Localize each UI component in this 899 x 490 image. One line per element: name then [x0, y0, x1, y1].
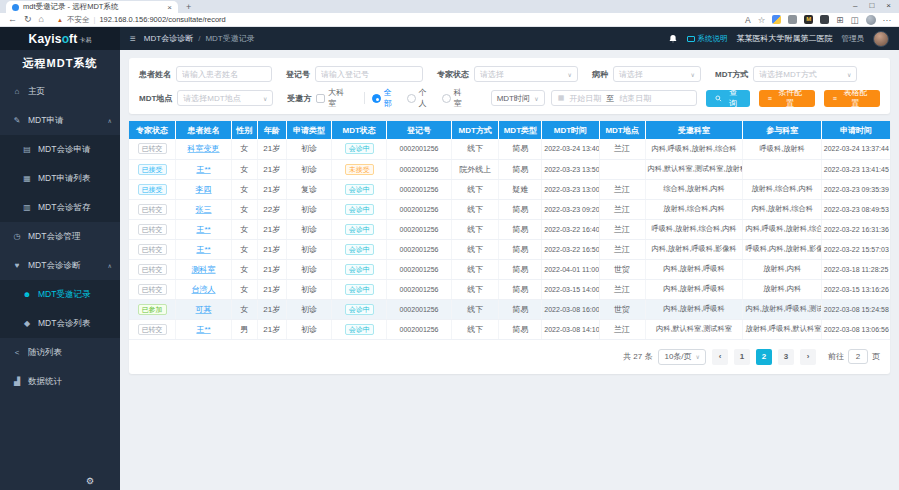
records-table-card: 专家状态患者姓名性别年龄申请类型MDT状态登记号MDT方式MDT类型MDT时间M…	[129, 121, 890, 374]
back-icon[interactable]: ←	[8, 13, 17, 26]
sidebar-item-0[interactable]: ⌂主页	[0, 77, 120, 106]
refresh-icon[interactable]: ↻	[24, 13, 32, 26]
gender-cell: 女	[231, 299, 257, 319]
sidebar-subitem-1-1[interactable]: ▦MDT申请列表	[0, 164, 120, 193]
sidebar-item-2[interactable]: ◷MDT会诊管理	[0, 222, 120, 251]
time-type-select[interactable]: MDT时间 ∨	[491, 90, 545, 106]
window-close-button[interactable]: ×	[886, 1, 891, 10]
patient-name-link[interactable]: 台湾人	[192, 285, 216, 294]
extension-icon[interactable]: M	[804, 15, 813, 24]
app-logo[interactable]: Kayisoft 卡易	[0, 27, 120, 50]
expert-status-tag: 已接受	[138, 184, 167, 195]
patient-name-link[interactable]: 王**	[196, 325, 210, 334]
chevron-up-icon: ∧	[108, 117, 112, 124]
user-role: 管理员	[842, 34, 865, 44]
clock-icon: ◷	[12, 232, 22, 241]
sidebar-item-4[interactable]: <随访列表	[0, 338, 120, 367]
reg-no-cell: 0002001256	[387, 139, 452, 159]
browser-tab[interactable]: mdt受邀记录 - 远程MDT系统 ×	[6, 1, 178, 13]
mdt-time-cell: 2022-03-22 16:50:00	[542, 239, 599, 259]
page-button-2[interactable]: 2	[756, 349, 772, 365]
mdt-time-cell: 2022-03-23 09:20:00	[542, 199, 599, 219]
invited-party-radio-personal[interactable]	[407, 94, 416, 103]
invited-depts-cell: 放射科,综合科,内科	[645, 199, 743, 219]
mdt-time-cell: 2022-03-15 14:00:00	[542, 279, 599, 299]
table-config-button[interactable]: ≡ 表格配置	[824, 90, 880, 107]
expert-status-tag: 已转交	[138, 224, 167, 235]
settings-gear-icon[interactable]: ⚙	[86, 476, 94, 486]
sidebar-subitem-3-0[interactable]: ☻MDT受邀记录	[0, 280, 120, 309]
page-size-select[interactable]: 10条/页 ∨	[658, 349, 706, 365]
window-maximize-button[interactable]: □	[869, 1, 874, 10]
sidebar-subitem-3-1[interactable]: ◆MDT会诊列表	[0, 309, 120, 338]
extension-icon[interactable]	[820, 15, 829, 24]
condition-config-button[interactable]: ≡ 条件配置	[759, 90, 815, 107]
mdt-place-select[interactable]: 请选择MDT地点 ∨	[177, 90, 273, 106]
patient-name-link[interactable]: 科室变更	[188, 144, 220, 153]
invited-party-radio-all[interactable]	[372, 94, 381, 103]
new-tab-button[interactable]: +	[186, 1, 191, 13]
more-menu-icon[interactable]: ⋯	[883, 15, 892, 25]
patient-name-link[interactable]: 可其	[196, 305, 212, 314]
address-bar[interactable]: ▲ 不安全 | 192.168.0.156:9002/consultate/re…	[51, 14, 471, 25]
sidebar-subitem-1-2[interactable]: ▥MDT会诊暂存	[0, 193, 120, 222]
patient-name-link[interactable]: 测科室	[192, 265, 216, 274]
extension-icon[interactable]	[788, 15, 797, 24]
mdt-mode-select[interactable]: 请选择MDT方式 ∨	[753, 66, 857, 82]
reg-no-cell: 0002001256	[387, 299, 452, 319]
joined-depts-cell: 呼吸科,内科,放射科,影像科	[743, 239, 821, 259]
prev-page-button[interactable]: ‹	[712, 349, 728, 365]
mdt-place-cell: 兰江	[599, 319, 645, 339]
patient-name-link[interactable]: 王**	[196, 165, 210, 174]
patient-name-input[interactable]	[176, 66, 272, 82]
browser-home-icon[interactable]: ⌂	[39, 13, 44, 26]
breadcrumb-page: MDT受邀记录	[205, 33, 254, 44]
extension-icon[interactable]	[772, 15, 781, 24]
page-button-3[interactable]: 3	[778, 349, 794, 365]
favorite-star-icon[interactable]: ☆	[758, 15, 766, 25]
patient-name-link[interactable]: 王**	[196, 225, 210, 234]
system-help-link[interactable]: 系统说明	[687, 34, 728, 44]
table-header-row: 专家状态患者姓名性别年龄申请类型MDT状态登记号MDT方式MDT类型MDT时间M…	[129, 121, 890, 139]
column-header: 受邀科室	[645, 121, 743, 139]
search-button[interactable]: 查询	[706, 90, 749, 107]
sidebar-item-label: 随访列表	[28, 347, 62, 359]
patient-name-link[interactable]: 王**	[196, 245, 210, 254]
sidebar-item-5[interactable]: ▟数据统计	[0, 367, 120, 396]
age-cell: 22岁	[257, 199, 286, 219]
patient-name-link[interactable]: 李四	[196, 185, 212, 194]
expert-status-select[interactable]: 请选择 ∨	[474, 66, 578, 82]
mdt-status-tag: 会诊中	[345, 184, 374, 195]
mdt-type-cell: 简易	[499, 299, 542, 319]
notification-bell-icon[interactable]	[668, 34, 678, 44]
avatar[interactable]	[873, 31, 889, 47]
next-page-button[interactable]: ›	[800, 349, 816, 365]
sidebar-subitem-1-0[interactable]: ▤MDT会诊申请	[0, 135, 120, 164]
invited-party-radio-dept[interactable]	[442, 94, 451, 103]
big-dept-checkbox[interactable]	[316, 94, 325, 103]
reg-no-input[interactable]	[315, 66, 423, 82]
tab-close-icon[interactable]: ×	[167, 3, 172, 12]
sidebar-item-3[interactable]: ♥MDT会诊诊断∧	[0, 251, 120, 280]
table-row: 已接受王**女21岁初诊未接受0002001256院外线上简易2022-03-2…	[129, 159, 890, 179]
split-screen-icon[interactable]: ◫	[850, 15, 858, 25]
sidebar-item-1[interactable]: ✎MDT申请∧	[0, 106, 120, 135]
browser-profile-avatar[interactable]	[866, 15, 876, 25]
apply-type-cell: 初诊	[286, 139, 331, 159]
header-right: 系统说明 某某医科大学附属第二医院 管理员	[668, 31, 899, 47]
column-header: MDT地点	[599, 121, 645, 139]
edit-icon: ✎	[12, 116, 22, 125]
date-range-picker[interactable]: ▦ 开始日期 至 结束日期	[551, 90, 698, 106]
table-row: 已转交科室变更女21岁初诊会诊中0002001256线下简易2022-03-24…	[129, 139, 890, 159]
window-minimize-button[interactable]: –	[853, 1, 857, 10]
column-header: 申请时间	[821, 121, 890, 139]
patient-name-link[interactable]: 张三	[196, 205, 212, 214]
page-button-1[interactable]: 1	[734, 349, 750, 365]
goto-page-input[interactable]	[848, 349, 868, 364]
mdt-mode-cell: 院外线上	[451, 159, 498, 179]
collections-icon[interactable]: ⊞	[836, 15, 843, 25]
share-icon: <	[12, 348, 22, 357]
collapse-menu-icon[interactable]: ≡	[130, 33, 136, 44]
read-aloud-icon[interactable]: A	[745, 15, 751, 25]
disease-select[interactable]: 请选择 ∨	[613, 66, 701, 82]
